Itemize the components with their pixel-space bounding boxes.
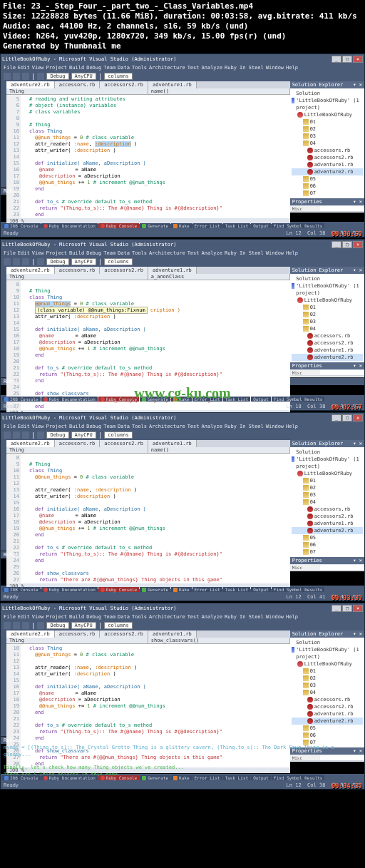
code-content[interactable]: # reading and writing attributes # objec…: [21, 95, 290, 218]
tab-adventure2[interactable]: adventure2.rb: [6, 440, 55, 447]
toolbar[interactable]: | DebugAnyCPU|columns: [1, 621, 364, 630]
status-bar: ReadyLn 12 Col 41 Ch 41 INS: [1, 593, 364, 601]
properties-panel[interactable]: Misc: [290, 205, 364, 213]
toolbar[interactable]: | DebugAnyCPU|columns: [1, 430, 364, 440]
tab-accessors2[interactable]: accessors2.rb: [100, 440, 148, 447]
close-button[interactable]: ×: [353, 241, 363, 248]
editor-tabs[interactable]: adventure2.rb accessors.rb accessors2.rb…: [6, 440, 290, 447]
timestamp: 00:03:39: [331, 594, 362, 601]
code-editor[interactable]: 567891011121314151617181920212223 # read…: [6, 95, 290, 218]
left-dock[interactable]: [1, 630, 6, 736]
minimize-button[interactable]: _: [331, 241, 341, 248]
member-combo[interactable]: name(): [148, 447, 290, 453]
solution-explorer-header[interactable]: Solution Explorer▾ ✕: [290, 267, 364, 274]
columns-combo[interactable]: columns: [104, 73, 133, 80]
tab-accessors[interactable]: accessors.rb: [55, 267, 101, 274]
tab-accessors2[interactable]: accessors2.rb: [100, 267, 148, 274]
nav-bar[interactable]: Thing name(): [6, 447, 290, 454]
solution-explorer[interactable]: Solution 'LittleBookOfRuby' (1 project) …: [290, 88, 364, 198]
open-icon[interactable]: [13, 73, 20, 80]
left-dock[interactable]: [1, 440, 6, 551]
class-combo[interactable]: Thing: [6, 88, 148, 94]
member-combo[interactable]: show_classvars(): [148, 638, 290, 643]
tab-adventure2[interactable]: adventure2.rb: [6, 630, 55, 638]
member-combo[interactable]: name(): [148, 88, 290, 94]
nav-bar[interactable]: Thing name(): [6, 88, 290, 95]
properties-panel[interactable]: Misc: [290, 369, 364, 377]
menu-bar[interactable]: FileEditViewProjectBuildDebugTeamDataToo…: [1, 423, 364, 430]
minimize-button[interactable]: _: [331, 414, 341, 422]
tab-adventure1[interactable]: adventure1.rb: [148, 81, 197, 88]
tab-accessors2[interactable]: accessors2.rb: [100, 81, 148, 88]
solution-explorer-header[interactable]: Solution Explorer▾ ✕: [290, 81, 364, 88]
properties-header[interactable]: Properties▾ ✕: [290, 198, 364, 205]
maximize-button[interactable]: ▢: [342, 605, 352, 612]
folder-icon: [303, 176, 309, 182]
tab-accessors[interactable]: accessors.rb: [55, 440, 101, 447]
irb-icon: [4, 224, 9, 228]
minimize-button[interactable]: _: [331, 605, 341, 612]
tooltip: (class variable) @@num_things:Fixnum: [35, 307, 148, 314]
new-icon[interactable]: [4, 73, 11, 80]
solution-explorer[interactable]: Solution 'LittleBookOfRuby' (1 project) …: [290, 447, 364, 557]
tab-accessors[interactable]: accessors.rb: [55, 81, 101, 88]
close-button[interactable]: ×: [353, 605, 363, 612]
class-combo[interactable]: Thing: [6, 638, 148, 643]
close-button[interactable]: ×: [353, 414, 363, 422]
tab-accessors[interactable]: accessors.rb: [55, 630, 101, 638]
class-combo[interactable]: Thing: [6, 274, 148, 280]
tab-adventure2[interactable]: adventure2.rb: [6, 81, 55, 88]
tab-adventure1[interactable]: adventure1.rb: [148, 440, 197, 447]
titlebar: LittleBookOfRuby - Microsoft Visual Stud…: [1, 54, 364, 64]
bottom-tool-tabs[interactable]: IRB ConsoleRuby DocumentationRuby Consol…: [1, 586, 364, 593]
timestamp: 00:00:59: [331, 230, 362, 238]
line-gutter: 89101112131415161718192021222324252627: [6, 454, 21, 583]
minimize-button[interactable]: _: [331, 56, 341, 63]
save-icon[interactable]: [22, 73, 29, 80]
close-button[interactable]: ×: [353, 56, 363, 63]
status-bar: Ready Ln 12 Col 38 Ch 38 INS: [1, 230, 364, 237]
properties-header[interactable]: Properties▾ ✕: [290, 362, 364, 369]
tab-accessors2[interactable]: accessors2.rb: [100, 630, 148, 638]
nav-bar[interactable]: Thing show_classvars(): [6, 638, 290, 644]
ruby-project-icon: [297, 112, 303, 118]
solution-explorer-header[interactable]: Solution Explorer▾ ✕: [290, 440, 364, 447]
line-gutter: 567891011121314151617181920212223: [6, 95, 21, 218]
solution-icon: [292, 98, 295, 103]
folder-icon: [303, 133, 309, 139]
tab-adventure1[interactable]: adventure1.rb: [148, 630, 197, 638]
left-dock[interactable]: [1, 267, 6, 377]
class-combo[interactable]: Thing: [6, 447, 148, 453]
menu-bar[interactable]: FileEditViewProjectBuildDebugTeamDataToo…: [1, 250, 364, 257]
ruby-file-icon: [307, 162, 313, 168]
toolbar[interactable]: | DebugAnyCPU|columns: [1, 257, 364, 267]
menu-bar[interactable]: FileEditViewProjectBuildDebugTeamDataToo…: [1, 613, 364, 621]
editor-tabs[interactable]: adventure2.rb accessors.rb accessors2.rb…: [6, 81, 290, 88]
code-content[interactable]: # Thing class Thing @@num_things = 0 # c…: [21, 454, 290, 583]
nav-bar[interactable]: Thing a_anonClass: [6, 274, 290, 280]
maximize-button[interactable]: ▢: [342, 414, 352, 422]
maximize-button[interactable]: ▢: [342, 56, 352, 63]
properties-panel[interactable]: Misc: [290, 755, 364, 762]
editor-tabs[interactable]: adventure2.rb accessors.rb accessors2.rb…: [6, 267, 290, 274]
maximize-button[interactable]: ▢: [342, 241, 352, 248]
window-title: LittleBookOfRuby - Microsoft Visual Stud…: [2, 56, 176, 62]
editor-tabs[interactable]: adventure2.rb accessors.rb accessors2.rb…: [6, 630, 290, 638]
member-combo[interactable]: a_anonClass: [148, 274, 290, 280]
toolbar[interactable]: | Debug AnyCPU | columns: [1, 71, 364, 81]
tab-adventure2[interactable]: adventure2.rb: [6, 267, 55, 274]
left-dock[interactable]: [1, 81, 6, 187]
bottom-tool-tabs[interactable]: IRB Console Ruby Documentation Ruby Cons…: [1, 222, 364, 230]
solution-explorer[interactable]: Solution 'LittleBookOfRuby' (1 project) …: [290, 274, 364, 362]
config-combo[interactable]: Debug: [46, 73, 68, 80]
properties-header[interactable]: Properties▾ ✕: [290, 557, 364, 564]
platform-combo[interactable]: AnyCPU: [71, 73, 96, 80]
properties-panel[interactable]: Misc: [290, 564, 364, 571]
tab-adventure1[interactable]: adventure1.rb: [148, 267, 197, 274]
bottom-tool-tabs[interactable]: IRB ConsoleRuby DocumentationRuby Consol…: [1, 774, 364, 782]
solution-explorer[interactable]: Solution 'LittleBookOfRuby' (1 project) …: [290, 638, 364, 747]
run-icon[interactable]: [37, 73, 44, 80]
solution-explorer-header[interactable]: Solution Explorer▾ ✕: [290, 630, 364, 638]
code-editor[interactable]: 89101112131415161718192021222324252627 #…: [6, 454, 290, 583]
menu-bar[interactable]: FileEditViewProjectBuildDebugTeamDataToo…: [1, 64, 364, 71]
